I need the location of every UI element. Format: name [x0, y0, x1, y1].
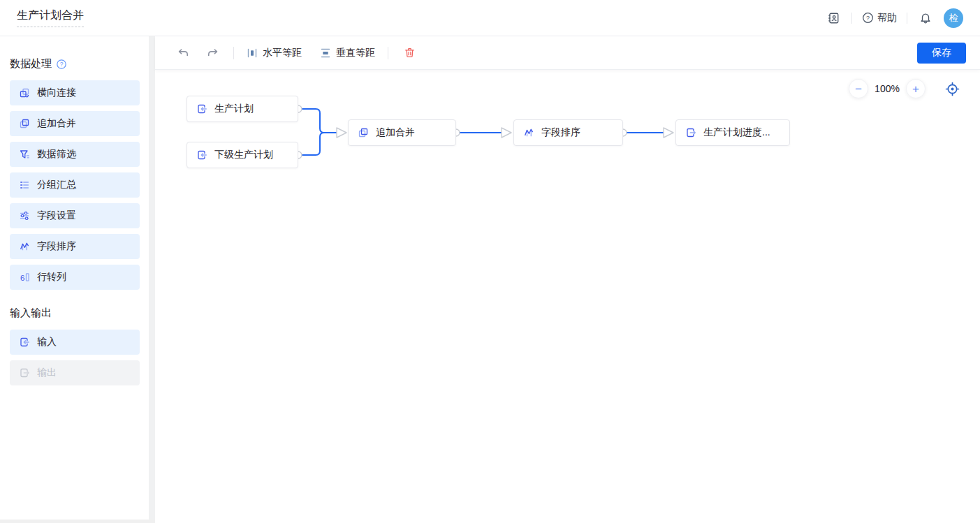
redo-button[interactable] [204, 45, 221, 61]
svg-text:?: ? [866, 15, 870, 22]
sidebar-item-row-to-column[interactable]: 6 行转列 [10, 265, 140, 290]
edge-plan-to-merge[interactable] [298, 109, 337, 133]
flow-canvas[interactable]: 生产计划 下级生产计划 追加合并 [155, 70, 980, 523]
input-icon [19, 337, 30, 348]
sidebar-item-input[interactable]: 输入 [10, 330, 140, 355]
sidebar-item-label: 输出 [37, 367, 57, 379]
svg-text:?: ? [60, 61, 64, 68]
app-header: 生产计划合并 ? 帮助 检 [0, 0, 980, 36]
help-label: 帮助 [877, 12, 897, 24]
sidebar-item-group-summary[interactable]: 分组汇总 [10, 172, 140, 198]
undo-button[interactable] [175, 45, 191, 61]
fit-view-button[interactable] [942, 79, 962, 98]
help-button[interactable]: ? 帮助 [862, 12, 897, 24]
save-button[interactable]: 保存 [917, 43, 966, 64]
horizontal-spacing-button[interactable]: 水平等距 [247, 47, 302, 59]
redo-icon [207, 47, 219, 59]
sidebar-item-label: 输入 [37, 336, 57, 348]
sidebar-item-label: 横向连接 [37, 87, 76, 99]
node-production-plan[interactable]: 生产计划 [187, 96, 298, 122]
node-label: 追加合并 [376, 126, 415, 139]
delete-button[interactable] [401, 45, 418, 61]
vertical-spacing-icon [320, 47, 331, 59]
svg-text:6: 6 [20, 274, 24, 282]
sidebar-section-input-output: 输入输出 [10, 307, 140, 320]
section-title-label: 输入输出 [10, 307, 52, 320]
vertical-spacing-button[interactable]: 垂直等距 [320, 47, 375, 59]
sidebar-item-field-sort[interactable]: 字段排序 [10, 234, 140, 259]
question-circle-icon[interactable]: ? [56, 59, 67, 70]
sidebar-resizer[interactable] [149, 36, 155, 523]
avatar[interactable]: 检 [944, 8, 963, 28]
sidebar-item-append-merge[interactable]: 追加合并 [10, 111, 140, 136]
vertical-spacing-label: 垂直等距 [336, 47, 375, 59]
node-label: 字段排序 [541, 126, 580, 139]
field-sort-icon [523, 127, 534, 138]
input-icon [196, 103, 207, 115]
input-icon [196, 149, 207, 161]
edge-subplan-to-merge[interactable] [298, 133, 337, 155]
field-sort-icon [19, 241, 30, 252]
zoom-level: 100% [868, 83, 906, 94]
canvas-toolbar: 水平等距 垂直等距 保存 [155, 36, 980, 70]
sidebar-section-data-processing: 数据处理 ? [10, 57, 140, 71]
address-book-icon[interactable] [825, 10, 842, 27]
append-merge-icon [19, 118, 30, 129]
sidebar-item-output: 输出 [10, 360, 140, 385]
bell-icon[interactable] [917, 10, 934, 27]
node-label: 生产计划进度... [703, 126, 770, 139]
append-merge-icon [358, 127, 369, 138]
arrowhead-icon [337, 128, 346, 138]
horizontal-spacing-label: 水平等距 [263, 47, 302, 59]
node-field-sort[interactable]: 字段排序 [513, 119, 623, 146]
sidebar-item-label: 字段设置 [37, 209, 76, 222]
sidebar-item-label: 追加合并 [37, 117, 76, 130]
flow-canvas-panel: 水平等距 垂直等距 保存 [155, 36, 980, 523]
sidebar-item-label: 数据筛选 [37, 148, 76, 161]
output-icon [685, 127, 696, 138]
toolbar-divider [233, 47, 234, 59]
group-summary-icon [19, 179, 30, 191]
sidebar-scrollbar[interactable] [0, 520, 155, 523]
header-divider [907, 13, 907, 24]
arrowhead-icon [502, 128, 511, 138]
sidebar-item-horizontal-join[interactable]: 横向连接 [10, 80, 140, 105]
node-sub-production-plan[interactable]: 下级生产计划 [187, 142, 298, 168]
sidebar-item-label: 行转列 [37, 271, 66, 283]
field-settings-icon [19, 210, 30, 221]
node-label: 下级生产计划 [214, 149, 273, 161]
output-icon [19, 367, 30, 378]
zoom-out-button[interactable]: − [849, 79, 868, 98]
header-divider [851, 13, 852, 24]
crosshair-icon [945, 82, 960, 96]
zoom-controls: − 100% + [849, 79, 962, 98]
filter-icon [19, 149, 30, 160]
zoom-in-button[interactable]: + [906, 79, 926, 98]
horizontal-spacing-icon [247, 47, 258, 59]
sidebar-item-data-filter[interactable]: 数据筛选 [10, 142, 140, 167]
trash-icon [404, 47, 416, 59]
sidebar: 数据处理 ? 横向连接 追加合并 [0, 36, 149, 523]
sidebar-item-label: 分组汇总 [37, 179, 76, 191]
node-production-plan-progress-output[interactable]: 生产计划进度... [675, 119, 790, 146]
node-append-merge[interactable]: 追加合并 [348, 119, 456, 146]
toolbar-divider [388, 47, 388, 59]
horizontal-join-icon [19, 87, 30, 98]
sidebar-item-label: 字段排序 [37, 240, 76, 253]
section-title-label: 数据处理 [10, 57, 52, 71]
arrowhead-icon [664, 128, 673, 138]
undo-icon [177, 47, 189, 59]
node-label: 生产计划 [214, 103, 254, 115]
sidebar-item-field-settings[interactable]: 字段设置 [10, 203, 140, 228]
page-title[interactable]: 生产计划合并 [17, 8, 84, 27]
row-to-column-icon: 6 [19, 272, 30, 283]
